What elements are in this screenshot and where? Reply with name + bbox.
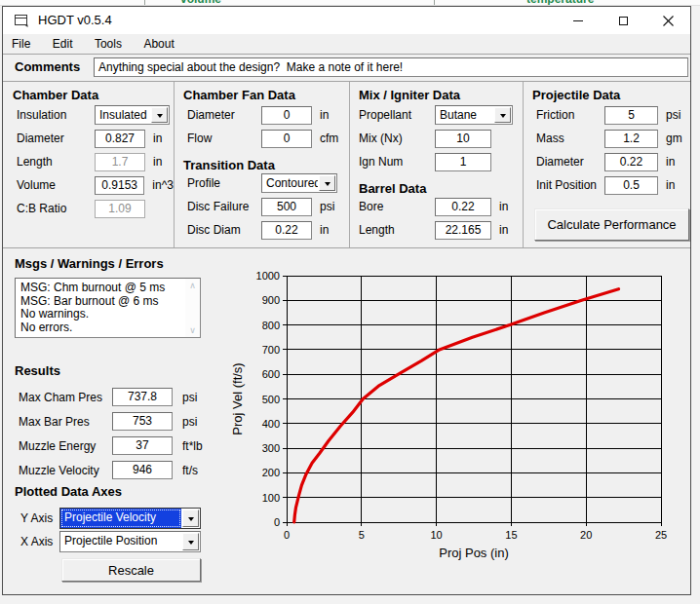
rescale-button[interactable]: Rescale [61,558,201,582]
chevron-down-icon[interactable] [151,107,168,123]
field-row: Flow 0 cfm [174,127,349,150]
unit-label: in [153,132,162,145]
max-cham-pres-field[interactable]: 737.8 [112,388,173,406]
barrel-bore-field[interactable]: 0.22 [435,198,491,216]
scroll-down-icon[interactable]: ∨ [185,325,200,335]
svg-text:700: 700 [262,344,280,356]
field-label: Profile [187,176,261,190]
field-label: Diameter [536,155,604,169]
unit-label: in [666,155,675,169]
field-row: Length 22.165 in [349,218,523,242]
y-axis-select[interactable]: Projectile Velocity [59,508,201,529]
field-label: Ign Num [359,155,435,169]
result-row: Max Bar Pres 753 psi [3,412,225,434]
input-sections: Chamber Data Insulation Insulated Diamet… [3,82,690,247]
chamber-volume-field[interactable]: 0.9153 [95,176,144,195]
svg-text:5: 5 [359,529,365,541]
section-title: Projectile Data [523,82,692,103]
svg-text:200: 200 [262,467,280,478]
chevron-down-icon[interactable] [182,533,199,550]
field-label: Diameter [187,108,261,122]
unit-label: in [320,223,329,237]
section-title: Barrel Data [349,173,523,195]
mix-nx-field[interactable]: 10 [435,130,491,148]
svg-text:20: 20 [580,529,592,541]
projectile-diameter-field[interactable]: 0.22 [604,153,658,171]
svg-text:100: 100 [262,492,280,504]
propellant-select[interactable]: Butane [435,105,513,125]
field-row: Mix (Nx) 10 [349,127,523,150]
field-row: C:B Ratio 1.09 [3,197,174,220]
projectile-data-section: Projectile Data Friction 5 psi Mass 1.2 … [523,82,692,247]
ign-num-field[interactable]: 1 [435,153,491,171]
scroll-up-icon[interactable]: ∧ [185,281,200,290]
menu-tools[interactable]: Tools [86,34,131,54]
unit-label: cfm [320,132,338,145]
muzzle-energy-field[interactable]: 37 [112,436,173,455]
field-label: Length [359,223,435,237]
unit-label: in [499,223,508,237]
svg-text:25: 25 [655,529,667,541]
chevron-down-icon[interactable] [494,107,511,123]
unit-label: in^3 [152,178,174,192]
mass-field[interactable]: 1.2 [604,130,658,148]
chevron-down-icon[interactable] [182,510,199,527]
messages-box[interactable]: MSG: Chm burnout @ 5 ms MSG: Bar burnout… [15,278,201,338]
plotted-axes-title: Plotted Data Axes [15,484,122,499]
x-axis-label: X Axis [20,535,53,548]
svg-text:0: 0 [284,529,290,541]
barrel-length-field[interactable]: 22.165 [435,221,491,240]
fan-flow-field[interactable]: 0 [261,130,312,148]
field-label: Disc Failure [187,200,261,213]
close-icon [663,16,674,26]
unit-label: in [153,155,162,169]
field-label: Propellant [359,108,435,122]
maximize-button[interactable] [601,7,645,34]
result-row: Muzzle Energy 37 ft*lb [3,436,225,458]
menu-about[interactable]: About [135,34,182,54]
svg-text:800: 800 [262,320,280,331]
unit-label: psi [182,415,197,429]
combo-value: Butane [436,106,493,124]
menu-file[interactable]: File [3,34,39,54]
disc-failure-field[interactable]: 500 [261,198,312,216]
muzzle-velocity-field[interactable]: 946 [112,461,173,479]
svg-text:Proj Pos (in): Proj Pos (in) [439,546,509,560]
combo-value: Contoured [262,174,318,192]
scrollbar[interactable]: ∧ ∨ [185,279,200,337]
close-button[interactable] [645,7,690,34]
chevron-down-icon[interactable] [319,175,335,191]
combo-value: Insulated [96,106,150,124]
fan-diameter-field[interactable]: 0 [261,106,312,125]
insulation-select[interactable]: Insulated [95,105,170,125]
field-row: Ign Num 1 [349,150,523,173]
svg-text:0: 0 [274,516,280,528]
init-position-field[interactable]: 0.5 [604,176,658,195]
chamber-length-field: 1.7 [95,153,145,171]
section-title: Chamber Data [3,82,174,103]
field-label: Volume [17,178,95,192]
comments-band: Comments Anything special about the desi… [3,55,690,81]
app-window: HGDT v0.5.4 File Edit Tools About Commen… [2,6,691,595]
minimize-button[interactable] [556,7,601,34]
svg-text:1000: 1000 [256,270,280,282]
field-label: Mass [536,132,604,145]
messages-text: MSG: Chm burnout @ 5 ms MSG: Bar burnout… [18,281,183,335]
comments-input[interactable]: Anything special about the design? Make … [94,57,688,77]
menu-edit[interactable]: Edit [44,34,82,54]
field-label: Disc Diam [187,223,261,237]
output-area: Msgs / Warnings / Errors MSG: Chm burnou… [3,248,690,596]
chamber-diameter-field[interactable]: 0.827 [95,130,145,148]
svg-text:400: 400 [262,418,280,430]
x-axis-select[interactable]: Projectile Position [59,531,201,552]
field-row: Mass 1.2 gm [523,127,692,150]
y-axis-label: Y Axis [20,511,53,525]
field-row: Profile Contoured [174,171,349,195]
disc-diam-field[interactable]: 0.22 [261,221,312,240]
calculate-performance-button[interactable]: Calculate Performance [534,208,689,241]
transition-profile-select[interactable]: Contoured [261,173,337,193]
minimize-icon [573,20,583,21]
friction-field[interactable]: 5 [604,106,658,125]
max-bar-pres-field[interactable]: 753 [112,412,173,431]
title-bar[interactable]: HGDT v0.5.4 [3,7,690,34]
